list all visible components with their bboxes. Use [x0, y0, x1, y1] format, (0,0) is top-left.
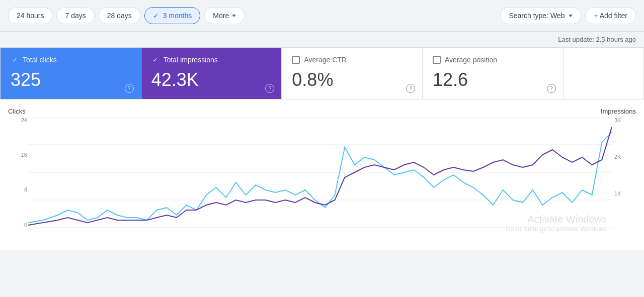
chevron-down-icon: [232, 15, 236, 17]
y-left-16: 16: [21, 152, 27, 158]
chart-area: 24 16 8 0 3K 2K 1K: [12, 117, 632, 238]
search-type-button[interactable]: Search type: Web: [500, 7, 581, 24]
position-value: 12.6: [433, 70, 553, 90]
clicks-value: 325: [11, 70, 131, 90]
ctr-checkbox[interactable]: [292, 56, 300, 64]
y-left-8: 8: [24, 186, 27, 192]
y-axis-right: 3K 2K 1K: [614, 117, 632, 228]
top-bar: 24 hours 7 days 28 days ✓ 3 months More …: [0, 0, 644, 32]
chart-svg: [28, 117, 612, 228]
filter-24h[interactable]: 24 hours: [8, 7, 52, 24]
last-update: Last update: 2.5 hours ago: [0, 32, 644, 45]
chart-labels: Clicks Impressions: [8, 108, 636, 115]
chart-container: Clicks Impressions 24 16 8 0 3K 2K 1K: [0, 100, 644, 250]
chart-impressions-label: Impressions: [601, 108, 636, 115]
metric-header-position: Average position: [433, 56, 553, 64]
position-help-icon[interactable]: ?: [547, 84, 556, 93]
filter-7d[interactable]: 7 days: [56, 7, 94, 24]
position-checkbox[interactable]: [433, 56, 441, 64]
empty-card: [564, 48, 643, 99]
metrics-row: ✓ Total clicks 325 ? ✓ Total impressions…: [0, 47, 644, 100]
total-clicks-card: ✓ Total clicks 325 ?: [1, 48, 141, 99]
impressions-value: 42.3K: [151, 70, 272, 90]
y-axis-left: 24 16 8 0: [12, 117, 27, 228]
check-icon: ✓: [153, 12, 159, 20]
windows-watermark: Activate Windows Go to Settings to activ…: [505, 214, 607, 233]
avg-ctr-card: Average CTR 0.8% ?: [282, 48, 423, 99]
ctr-value: 0.8%: [292, 70, 412, 90]
clicks-checkbox[interactable]: ✓: [11, 56, 19, 64]
impressions-checkbox[interactable]: ✓: [151, 56, 159, 64]
avg-position-card: Average position 12.6 ?: [423, 48, 564, 99]
total-impressions-card: ✓ Total impressions 42.3K ?: [141, 48, 282, 99]
chart-clicks-label: Clicks: [8, 108, 26, 115]
add-filter-button[interactable]: + Add filter: [585, 7, 636, 24]
y-left-0: 0: [24, 222, 27, 228]
more-button[interactable]: More: [204, 7, 245, 24]
y-right-3k: 3K: [614, 117, 621, 123]
ctr-help-icon[interactable]: ?: [406, 84, 415, 93]
metric-header-impressions: ✓ Total impressions: [151, 56, 272, 64]
y-left-24: 24: [21, 117, 27, 123]
chart-svg-container: [28, 117, 612, 228]
chevron-down-icon: [569, 15, 573, 17]
clicks-help-icon[interactable]: ?: [125, 84, 134, 93]
metric-header-ctr: Average CTR: [292, 56, 412, 64]
metric-header-clicks: ✓ Total clicks: [11, 56, 131, 64]
filter-28d[interactable]: 28 days: [99, 7, 140, 24]
impressions-help-icon[interactable]: ?: [265, 84, 274, 93]
y-right-2k: 2K: [614, 154, 621, 160]
y-right-1k: 1K: [614, 190, 621, 196]
filter-3m[interactable]: ✓ 3 months: [144, 7, 200, 24]
